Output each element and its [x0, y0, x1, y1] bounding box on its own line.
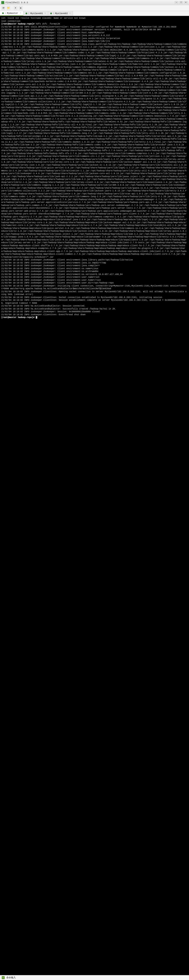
close-button[interactable]: × [184, 1, 188, 4]
settings-icon[interactable]: ⚙ [19, 6, 23, 10]
window-controls: − □ × [175, 1, 188, 4]
tab-close-icon[interactable]: × [69, 12, 70, 14]
tab-bar: 1 Mymaster × 2 Myslave01 × 3 Myslave02 × [0, 11, 189, 16]
tab-close-icon[interactable]: × [45, 12, 46, 14]
tab-mymaster[interactable]: 1 Mymaster × [0, 11, 24, 16]
maximize-button[interactable]: □ [179, 1, 183, 4]
tab-myslave01[interactable]: 2 Myslave01 × [24, 11, 48, 16]
status-dot-icon [25, 13, 27, 14]
arrow-icon[interactable]: ➤ [13, 6, 17, 10]
status-dot-icon [50, 13, 52, 14]
tab-number: 2 [28, 12, 30, 15]
minimize-button[interactable]: − [175, 1, 178, 4]
status-dot-icon [2, 12, 4, 14]
sync-icon[interactable]: ⟳ [1, 6, 6, 10]
status-label: 命令输入 [6, 976, 16, 979]
terminal-output[interactable]: ssh: Could not resolve hostname slave01:… [0, 16, 189, 975]
app-icon [1, 1, 4, 4]
toolbar: ⟳ 📁 ➤ ⚙ [0, 5, 189, 11]
tab-label: Myslave01 [30, 12, 43, 15]
tab-label: Myslave02 [55, 12, 68, 15]
titlebar: FinalShell 3.8.3 − □ × [0, 0, 189, 5]
tab-number: 1 [5, 12, 6, 14]
tab-myslave02[interactable]: 3 Myslave02 × [48, 11, 73, 16]
app-title: FinalShell 3.8.3 [6, 1, 175, 4]
folder-icon[interactable]: 📁 [6, 6, 11, 10]
tab-number: 3 [53, 12, 54, 15]
status-arrow-icon[interactable]: ▸ [2, 976, 5, 979]
tab-label: Mymaster [7, 12, 18, 14]
tab-close-icon[interactable]: × [20, 12, 21, 14]
separator [12, 6, 12, 10]
statusbar: ▸ 命令输入 [0, 975, 189, 980]
